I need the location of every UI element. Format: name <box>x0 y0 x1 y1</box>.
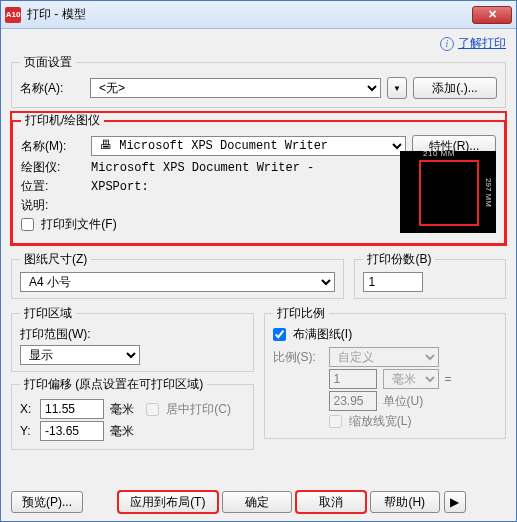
preview-width-label: 210 MM <box>423 149 455 158</box>
page-setup-group: 页面设置 名称(A): <无> ▼ 添加(.)... <box>11 54 506 108</box>
center-print-text: 居中打印(C) <box>166 402 231 416</box>
print-area-group: 打印区域 打印范围(W): 显示 <box>11 305 254 372</box>
offset-x-input[interactable] <box>40 399 104 419</box>
scale-equals: = <box>445 372 452 386</box>
print-offset-group: 打印偏移 (原点设置在可打印区域) X: 毫米 居中打印(C) Y: 毫米 <box>11 376 254 450</box>
offset-y-input[interactable] <box>40 421 104 441</box>
page-name-label: 名称(A): <box>20 80 84 97</box>
scale-lineweight-checkbox[interactable] <box>329 415 342 428</box>
copies-input[interactable] <box>363 272 423 292</box>
page-name-expand-button[interactable]: ▼ <box>387 77 407 99</box>
print-scale-group: 打印比例 布满图纸(I) 比例(S): 自定义 <box>264 305 507 439</box>
print-to-file-checkbox[interactable] <box>21 218 34 231</box>
preview-height-label: 297 MM <box>484 178 493 207</box>
page-setup-legend: 页面设置 <box>20 54 76 71</box>
fit-to-paper-checkbox[interactable] <box>273 328 286 341</box>
dialog-content: i 了解打印 页面设置 名称(A): <无> ▼ 添加(.)... 打印机/绘图… <box>1 29 516 491</box>
print-offset-legend: 打印偏移 (原点设置在可打印区域) <box>20 376 207 393</box>
offset-x-label: X: <box>20 402 34 416</box>
offset-y-unit: 毫米 <box>110 423 134 440</box>
window-title: 打印 - 模型 <box>27 6 86 23</box>
scale-unit-select[interactable]: 毫米 <box>383 369 439 389</box>
print-scale-legend: 打印比例 <box>273 305 329 322</box>
scale-lineweight-text: 缩放线宽(L) <box>349 414 412 428</box>
printer-name-select[interactable]: 🖶 Microsoft XPS Document Writer <box>91 136 406 156</box>
printer-name-label: 名称(M): <box>21 138 85 155</box>
ok-button[interactable]: 确定 <box>222 491 292 513</box>
info-icon: i <box>440 37 454 51</box>
paper-size-legend: 图纸尺寸(Z) <box>20 251 91 268</box>
paper-preview: 210 MM 297 MM <box>400 151 496 233</box>
location-label: 位置: <box>21 178 85 195</box>
page-name-select[interactable]: <无> <box>90 78 381 98</box>
learn-print-link[interactable]: 了解打印 <box>458 35 506 52</box>
dialog-footer: 预览(P)... 应用到布局(T) 确定 取消 帮助(H) ▶ <box>1 491 516 521</box>
center-print-checkbox[interactable] <box>146 403 159 416</box>
print-range-select[interactable]: 显示 <box>20 345 140 365</box>
scale-unit2-label: 单位(U) <box>383 393 424 410</box>
help-button[interactable]: 帮助(H) <box>370 491 440 513</box>
apply-to-layout-button[interactable]: 应用到布局(T) <box>118 491 218 513</box>
print-to-file-text: 打印到文件(F) <box>41 217 116 231</box>
scale-denom-input[interactable] <box>329 391 377 411</box>
add-page-setup-button[interactable]: 添加(.)... <box>413 77 497 99</box>
description-label: 说明: <box>21 197 85 214</box>
scale-num-input[interactable] <box>329 369 377 389</box>
center-print-label[interactable]: 居中打印(C) <box>146 401 231 418</box>
fit-to-paper-text: 布满图纸(I) <box>293 327 352 341</box>
expand-button[interactable]: ▶ <box>444 491 466 513</box>
app-icon: A10 <box>5 7 21 23</box>
preview-button[interactable]: 预览(P)... <box>11 491 83 513</box>
cancel-button[interactable]: 取消 <box>296 491 366 513</box>
scale-lineweight-label[interactable]: 缩放线宽(L) <box>329 413 412 430</box>
copies-group: 打印份数(B) <box>354 251 506 299</box>
titlebar[interactable]: A10 打印 - 模型 ✕ <box>1 1 516 29</box>
plotter-value: Microsoft XPS Document Writer - <box>91 161 314 175</box>
paper-preview-rect <box>419 160 479 226</box>
printer-group: 打印机/绘图仪 名称(M): 🖶 Microsoft XPS Document … <box>11 112 506 245</box>
location-value: XPSPort: <box>91 180 149 194</box>
offset-x-unit: 毫米 <box>110 401 134 418</box>
print-to-file-checkbox-label[interactable]: 打印到文件(F) <box>21 216 117 233</box>
scale-label: 比例(S): <box>273 349 323 366</box>
fit-to-paper-label[interactable]: 布满图纸(I) <box>273 327 353 341</box>
scale-select[interactable]: 自定义 <box>329 347 439 367</box>
copies-legend: 打印份数(B) <box>363 251 435 268</box>
paper-size-select[interactable]: A4 小号 <box>20 272 335 292</box>
print-dialog: A10 打印 - 模型 ✕ i 了解打印 页面设置 名称(A): <无> ▼ 添… <box>0 0 517 522</box>
print-range-label: 打印范围(W): <box>20 326 245 343</box>
offset-y-label: Y: <box>20 424 34 438</box>
print-area-legend: 打印区域 <box>20 305 76 322</box>
paper-size-group: 图纸尺寸(Z) A4 小号 <box>11 251 344 299</box>
close-button[interactable]: ✕ <box>472 6 512 24</box>
plotter-label: 绘图仪: <box>21 159 85 176</box>
printer-legend: 打印机/绘图仪 <box>21 112 104 129</box>
